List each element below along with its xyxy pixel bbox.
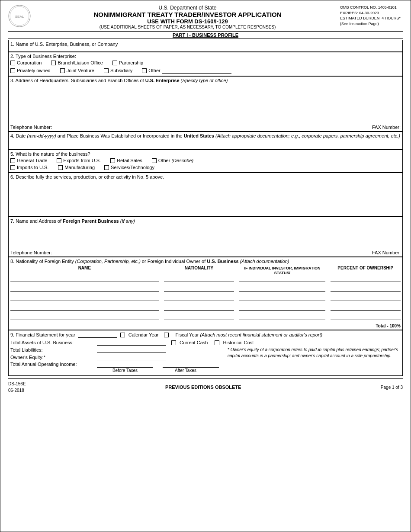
checkbox-retail-sales[interactable]: Retail Sales bbox=[110, 158, 142, 163]
checkbox-corporation-label: Corporation bbox=[17, 60, 42, 65]
section-1: 1. Name of U.S. Enterprise, Business, or… bbox=[8, 40, 403, 52]
checkbox-partnership-box[interactable] bbox=[112, 61, 117, 65]
section-5: 5. What is the nature of the business? G… bbox=[8, 150, 403, 173]
s9-income-before-field[interactable] bbox=[97, 362, 153, 368]
ownership-name-1[interactable] bbox=[10, 276, 159, 282]
ownership-imm-4[interactable] bbox=[239, 304, 325, 311]
s9-equity-row: Owner's Equity:* bbox=[10, 354, 224, 360]
checkbox-other-label: Other bbox=[148, 68, 161, 73]
s9-hist-box[interactable] bbox=[215, 340, 219, 345]
ownership-imm-1[interactable] bbox=[239, 276, 325, 282]
s2-checkboxes: Corporation Branch/Liaison Office Partne… bbox=[10, 60, 401, 74]
checkbox-branch-label: Branch/Liaison Office bbox=[58, 60, 103, 65]
s9-label: 9. Financial Statement for year bbox=[10, 332, 75, 337]
checkbox-joint-venture-box[interactable] bbox=[60, 68, 65, 73]
checkbox-manufacturing[interactable]: Manufacturing bbox=[58, 165, 95, 170]
checkbox-other-box[interactable] bbox=[142, 68, 147, 73]
checkbox-retail-sales-box[interactable] bbox=[110, 158, 115, 163]
s9-income-after-field[interactable] bbox=[163, 362, 219, 368]
checkbox-other[interactable]: Other bbox=[142, 67, 231, 74]
checkbox-services[interactable]: Services/Technology bbox=[104, 165, 154, 170]
tel-fax-row: Telephone Number: FAX Number: bbox=[10, 125, 401, 130]
after-taxes-label: After Taxes bbox=[157, 368, 214, 373]
checkbox-branch-box[interactable] bbox=[51, 61, 56, 65]
checkbox-subsidiary[interactable]: Subsidiary bbox=[104, 67, 132, 74]
ownership-pct-3[interactable] bbox=[331, 295, 401, 301]
checkbox-exports-box[interactable] bbox=[57, 158, 61, 163]
s9-cal-label: Calendar Year bbox=[128, 332, 159, 337]
ownership-nat-4[interactable] bbox=[164, 304, 234, 311]
ownership-name-3[interactable] bbox=[10, 295, 159, 301]
s9-year-field[interactable] bbox=[78, 332, 117, 338]
section-4: 4. Date (mm-dd-yyyy) and Place Business … bbox=[8, 131, 403, 150]
describe-field[interactable] bbox=[10, 180, 401, 215]
s8-label: 8. Nationality of Foreign Entity (Corpor… bbox=[10, 259, 401, 264]
checkbox-imports[interactable]: Imports to U.S. bbox=[10, 165, 48, 170]
ownership-table: NAME NATIONALITY IF INDIVIDUAL INVESTOR,… bbox=[10, 266, 401, 328]
checkbox-other-describe-box[interactable] bbox=[152, 158, 157, 163]
s9-current-cash-check[interactable]: Current Cash bbox=[171, 340, 208, 345]
s9-assets-field[interactable] bbox=[97, 340, 166, 346]
footer-center: PREVIOUS EDITIONS OBSOLETE bbox=[165, 385, 241, 390]
s3-label: 3. Address of Headquarters, Subsidiaries… bbox=[10, 78, 401, 83]
checkbox-corporation-box[interactable] bbox=[10, 61, 15, 65]
checkbox-corporation[interactable]: Corporation bbox=[10, 60, 42, 65]
ownership-name-4[interactable] bbox=[10, 304, 159, 311]
ownership-name-2[interactable] bbox=[10, 285, 159, 292]
s9-cash-box[interactable] bbox=[171, 340, 176, 345]
ownership-imm-3[interactable] bbox=[239, 295, 325, 301]
checkbox-privately-owned-box[interactable] bbox=[10, 68, 15, 73]
section-8: 8. Nationality of Foreign Entity (Corpor… bbox=[8, 257, 403, 330]
ownership-pct-4[interactable] bbox=[331, 304, 401, 311]
s9-fiscal-box[interactable] bbox=[164, 333, 169, 337]
checkbox-services-box[interactable] bbox=[104, 165, 109, 170]
s9-assets-row: Total Assets of U.S. Business: Current C… bbox=[10, 340, 401, 346]
s9-assets-label: Total Assets of U.S. Business: bbox=[10, 340, 97, 345]
s9-cal-box[interactable] bbox=[120, 333, 125, 337]
checkbox-general-trade-box[interactable] bbox=[10, 158, 15, 163]
ownership-nat-2[interactable] bbox=[164, 285, 234, 292]
s9-calendar-checkbox[interactable]: Calendar Year bbox=[120, 332, 159, 337]
ownership-imm-5[interactable] bbox=[239, 314, 325, 320]
section-9: 9. Financial Statement for year Calendar… bbox=[8, 330, 403, 376]
ownership-pct-1[interactable] bbox=[331, 276, 401, 282]
s9-historical-cost-label: Historical Cost bbox=[223, 340, 254, 345]
ownership-name-5[interactable] bbox=[10, 314, 159, 320]
address-field[interactable] bbox=[10, 84, 401, 123]
svg-text:SEAL: SEAL bbox=[15, 15, 24, 19]
checkbox-retail-sales-label: Retail Sales bbox=[117, 158, 142, 163]
s9-liab-field[interactable] bbox=[97, 347, 166, 353]
checkbox-subsidiary-box[interactable] bbox=[104, 68, 109, 73]
checkbox-manufacturing-box[interactable] bbox=[58, 165, 63, 170]
checkbox-partnership[interactable]: Partnership bbox=[112, 60, 143, 65]
ownership-nat-3[interactable] bbox=[164, 295, 234, 301]
checkbox-joint-venture-label: Joint Venture bbox=[67, 68, 94, 73]
s9-equity-field[interactable] bbox=[97, 354, 166, 360]
form-date: 06-2018 bbox=[8, 387, 26, 394]
checkbox-privately-owned[interactable]: Privately owned bbox=[10, 67, 51, 74]
checkbox-exports[interactable]: Exports from U.S. bbox=[57, 158, 101, 163]
s9-historical-cost-check[interactable]: Historical Cost bbox=[215, 340, 254, 345]
ownership-pct-2[interactable] bbox=[331, 285, 401, 292]
s9-note: * Owner's equity of a corporation refers… bbox=[228, 347, 401, 374]
s1-label: 1. Name of U.S. Enterprise, Business, or… bbox=[10, 42, 401, 47]
form-footer: DS-156E 06-2018 PREVIOUS EDITIONS OBSOLE… bbox=[8, 378, 403, 394]
ownership-nat-1[interactable] bbox=[164, 276, 234, 282]
checkbox-other-describe[interactable]: Other (Describe) bbox=[152, 158, 193, 163]
footer-left: DS-156E 06-2018 bbox=[8, 381, 26, 394]
checkbox-general-trade[interactable]: General Trade bbox=[10, 158, 47, 163]
s9-income-fields: Before Taxes After Taxes bbox=[97, 362, 224, 373]
ownership-nat-5[interactable] bbox=[164, 314, 234, 320]
checkbox-imports-box[interactable] bbox=[10, 165, 15, 170]
s9-fiscal-checkbox[interactable] bbox=[164, 333, 170, 337]
checkbox-branch[interactable]: Branch/Liaison Office bbox=[51, 60, 103, 65]
ownership-imm-2[interactable] bbox=[239, 285, 325, 292]
s7-tel-fax-row: Telephone Number: FAX Number: bbox=[10, 250, 401, 255]
s9-year-row: 9. Financial Statement for year Calendar… bbox=[10, 332, 401, 338]
checkbox-joint-venture[interactable]: Joint Venture bbox=[60, 67, 94, 74]
foreign-address-field[interactable] bbox=[10, 224, 401, 248]
checkbox-manufacturing-label: Manufacturing bbox=[64, 165, 95, 170]
other-field[interactable] bbox=[162, 67, 231, 74]
date-field[interactable] bbox=[10, 139, 401, 147]
ownership-pct-5[interactable] bbox=[331, 314, 401, 320]
